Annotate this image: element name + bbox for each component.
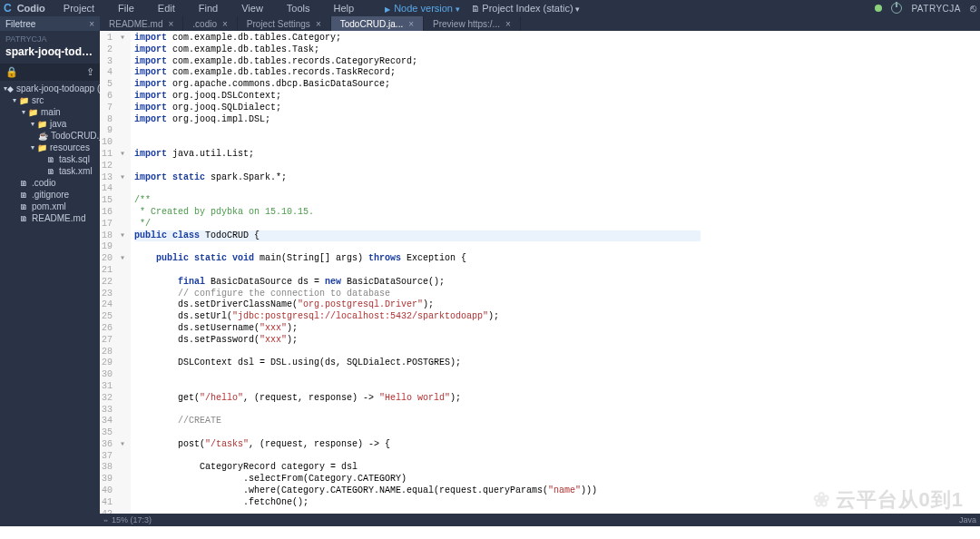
code-line[interactable]: DSLContext dsl = DSL.using(ds, SQLDialec… (134, 358, 701, 369)
tree-node-label: task.sql (59, 154, 90, 164)
project-index-dropdown[interactable]: Project Index (static) (471, 3, 581, 14)
code-line[interactable] (134, 161, 701, 172)
code-line[interactable]: get("/hello", (request, response) -> "He… (134, 393, 701, 405)
tree-file[interactable]: ☕TodoCRUD.java (0, 130, 100, 142)
fold-icon[interactable]: ▾ (118, 230, 125, 242)
code-line[interactable]: // configure the connection to database (134, 289, 701, 300)
editor-tab[interactable]: TodoCRUD.ja...× (331, 16, 424, 31)
editor-tab[interactable]: Preview https:/...× (424, 16, 521, 31)
menu-edit[interactable]: Edit (151, 1, 182, 15)
code-line[interactable]: import org.apache.commons.dbcp.BasicData… (134, 79, 701, 91)
code-line[interactable]: * Created by pdybka on 15.10.15. (134, 207, 701, 219)
code-line[interactable]: .fetchOne(); (134, 497, 701, 509)
fold-icon[interactable]: ▾ (118, 149, 125, 161)
tree-folder[interactable]: ▾📁main (0, 106, 100, 118)
code-line[interactable]: .selectFrom(Category.CATEGORY) (134, 474, 701, 485)
menu-view[interactable]: View (234, 1, 270, 15)
code-line[interactable]: import static spark.Spark.*; (134, 172, 701, 184)
code-line[interactable]: ds.setDriverClassName("org.postgresql.Dr… (134, 299, 701, 311)
code-line[interactable]: ds.setPassword("xxx"); (134, 335, 701, 347)
editor-tab[interactable]: Project Settings× (238, 16, 331, 31)
tree-file[interactable]: 🗎.gitignore (0, 189, 100, 201)
language-mode[interactable]: Java (959, 515, 976, 524)
code-line[interactable]: ds.setUsername("xxx"); (134, 323, 701, 335)
fold-icon[interactable]: ▾ (118, 172, 125, 184)
code-line[interactable] (134, 347, 701, 358)
code-editor[interactable]: 1 ▾2 3 4 5 6 7 8 9 10 11 ▾12 13 ▾14 15 1… (100, 31, 980, 514)
close-icon[interactable]: × (316, 19, 321, 29)
close-icon[interactable]: × (168, 19, 173, 29)
tree-file[interactable]: 🗎task.xml (0, 165, 100, 177)
code-line[interactable]: import com.example.db.tables.Category; (134, 33, 701, 44)
lock-icon[interactable]: 🔒 (5, 66, 18, 78)
code-line[interactable] (134, 183, 701, 195)
tree-file[interactable]: 🗎pom.xml (0, 201, 100, 212)
editor-tabs: README.md×.codio×Project Settings×TodoCR… (100, 16, 521, 31)
line-gutter: 1 ▾2 3 4 5 6 7 8 9 10 11 ▾12 13 ▾14 15 1… (100, 31, 131, 514)
code-content[interactable]: import com.example.db.tables.Category;im… (131, 31, 704, 514)
code-line[interactable] (134, 125, 701, 137)
code-line[interactable]: /** (134, 195, 701, 207)
exit-icon[interactable]: ⎋ (970, 2, 976, 15)
line-number: 6 (100, 91, 127, 103)
code-line[interactable]: public static void main(String[] args) t… (134, 253, 701, 265)
editor-tab[interactable]: .codio× (183, 16, 238, 31)
folder-icon: ◆ (7, 84, 14, 93)
menu-project[interactable]: Project (56, 1, 102, 15)
power-icon[interactable] (891, 3, 902, 14)
fold-icon[interactable]: ▾ (118, 439, 125, 451)
close-icon[interactable]: × (408, 19, 414, 29)
node-version-dropdown[interactable]: Node version (385, 3, 459, 14)
menu-file[interactable]: File (111, 1, 142, 15)
share-icon[interactable]: ⇪ (86, 66, 94, 78)
editor-tab[interactable]: README.md× (100, 16, 183, 31)
code-line[interactable]: */ (134, 219, 701, 230)
user-label[interactable]: PATRYCJA (911, 4, 961, 14)
code-line[interactable]: final BasicDataSource ds = new BasicData… (134, 277, 701, 289)
code-line[interactable]: import org.jooq.SQLDialect; (134, 103, 701, 114)
menu-tools[interactable]: Tools (279, 1, 318, 15)
fold-icon[interactable]: ▾ (118, 33, 125, 44)
code-line[interactable]: import com.example.db.tables.Task; (134, 44, 701, 56)
code-line[interactable]: //CREATE (134, 416, 701, 427)
code-line[interactable]: import com.example.db.tables.records.Cat… (134, 56, 701, 68)
tree-file[interactable]: 🗎task.sql (0, 153, 100, 165)
code-line[interactable] (134, 427, 701, 439)
tree-folder[interactable]: ▾◆spark-jooq-todoapp (master) (0, 83, 100, 94)
code-line[interactable] (134, 451, 701, 463)
status-dot-icon (875, 5, 882, 12)
code-line[interactable] (134, 137, 701, 149)
tree-file[interactable]: 🗎README.md (0, 212, 100, 224)
statusbar-caret-icon[interactable]: » (103, 517, 108, 523)
code-line[interactable]: CategoryRecord category = dsl (134, 462, 701, 474)
code-line[interactable] (134, 369, 701, 381)
code-line[interactable]: post("/tasks", (request, response) -> { (134, 439, 701, 451)
code-line[interactable]: public class TodoCRUD { (134, 230, 701, 242)
file-icon: ☕ (38, 132, 48, 141)
menu-help[interactable]: Help (327, 1, 362, 15)
code-line[interactable]: import org.jooq.impl.DSL; (134, 114, 701, 126)
line-number: 25 (100, 311, 127, 323)
code-line[interactable] (134, 241, 701, 253)
filetree-panel-tab[interactable]: Filetree × (0, 16, 100, 31)
code-line[interactable] (134, 405, 701, 416)
folder-icon: 📁 (27, 108, 38, 117)
menu-find[interactable]: Find (191, 1, 225, 15)
tree-folder[interactable]: ▾📁resources (0, 142, 100, 153)
code-line[interactable]: import com.example.db.tables.records.Tas… (134, 67, 701, 79)
close-icon[interactable]: × (222, 19, 228, 29)
code-line[interactable]: import org.jooq.DSLContext; (134, 91, 701, 103)
tree-file[interactable]: 🗎.codio (0, 177, 100, 189)
line-number: 24 (100, 299, 127, 311)
close-icon[interactable]: × (505, 19, 511, 29)
line-number: 32 (100, 393, 127, 405)
code-line[interactable] (134, 265, 701, 277)
code-line[interactable] (134, 381, 701, 393)
code-line[interactable]: import java.util.List; (134, 149, 701, 161)
tree-folder[interactable]: ▾📁java (0, 118, 100, 130)
close-icon[interactable]: × (89, 19, 94, 29)
tree-folder[interactable]: ▾📁src (0, 94, 100, 106)
fold-icon[interactable]: ▾ (118, 253, 125, 265)
code-line[interactable]: ds.setUrl("jdbc:postgresql://localhost:5… (134, 311, 701, 323)
code-line[interactable]: .where(Category.CATEGORY.NAME.equal(requ… (134, 485, 701, 497)
